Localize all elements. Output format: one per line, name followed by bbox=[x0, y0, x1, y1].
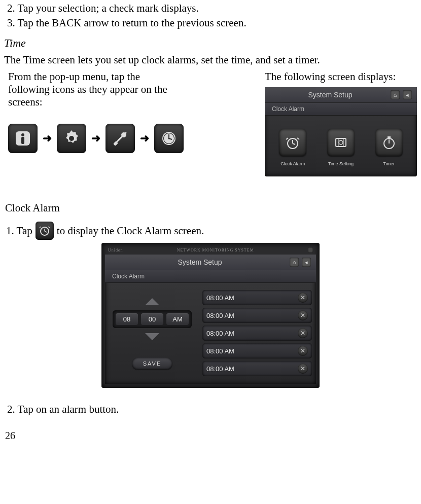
picker-hour[interactable]: 08 bbox=[116, 313, 138, 325]
device2-title: System Setup bbox=[178, 258, 222, 266]
device2-subtitle: Clock Alarm bbox=[105, 270, 316, 283]
svg-line-25 bbox=[45, 231, 47, 232]
step-2: 2. Tap your selection; a check mark disp… bbox=[7, 2, 417, 15]
svg-point-1 bbox=[21, 133, 24, 136]
picker-up-icon[interactable] bbox=[145, 298, 159, 305]
device-subtitle: Clock Alarm bbox=[265, 103, 417, 116]
arrow-icon: ➜ bbox=[91, 132, 100, 145]
device-brand: Uniden bbox=[108, 248, 123, 253]
alarm-row[interactable]: 08:00 AM ✕ bbox=[202, 290, 312, 305]
svg-point-19 bbox=[339, 140, 343, 145]
icon-navigation-row: ➜ ➜ bbox=[8, 124, 244, 153]
svg-rect-22 bbox=[388, 136, 391, 138]
time-setting-button[interactable]: Time Setting bbox=[318, 129, 364, 166]
time-picker[interactable]: 08 00 AM bbox=[113, 310, 192, 328]
step-2-alarm: 2. Tap on an alarm button. bbox=[7, 403, 417, 416]
timer-button[interactable]: Timer bbox=[366, 129, 412, 166]
picker-down-icon[interactable] bbox=[145, 333, 159, 340]
device-title: System Setup bbox=[308, 91, 352, 99]
delete-alarm-icon[interactable]: ✕ bbox=[298, 328, 308, 338]
svg-point-12 bbox=[168, 138, 170, 139]
delete-alarm-icon[interactable]: ✕ bbox=[298, 293, 308, 303]
svg-rect-16 bbox=[336, 138, 346, 147]
alarm-time: 08:00 AM bbox=[206, 294, 234, 302]
alarm-time: 08:00 AM bbox=[206, 347, 234, 355]
device-screenshot-time: System Setup ⌂ ◂ Clock Alarm bbox=[265, 87, 417, 176]
svg-rect-2 bbox=[21, 137, 24, 144]
delete-alarm-icon[interactable]: ✕ bbox=[298, 346, 308, 356]
clock-alarm-icon[interactable] bbox=[36, 222, 54, 240]
clock-alarm-label: Clock Alarm bbox=[280, 161, 305, 166]
clock-alarm-button[interactable]: Clock Alarm bbox=[270, 129, 315, 166]
alarm-row[interactable]: 08:00 AM ✕ bbox=[202, 343, 312, 358]
arrow-icon: ➜ bbox=[43, 132, 52, 145]
home-icon[interactable]: ⌂ bbox=[391, 90, 400, 99]
device-tagline: NETWORK MONITORING SYSTEM bbox=[177, 248, 254, 253]
alarm-time: 08:00 AM bbox=[206, 365, 234, 373]
svg-line-15 bbox=[293, 143, 295, 145]
back-icon[interactable]: ◂ bbox=[403, 90, 412, 99]
page-number: 26 bbox=[4, 430, 417, 442]
home-icon[interactable]: ⌂ bbox=[290, 258, 299, 267]
timer-label: Timer bbox=[383, 161, 395, 166]
alarm-row[interactable]: 08:00 AM ✕ bbox=[202, 308, 312, 323]
gear-icon[interactable] bbox=[57, 124, 86, 153]
status-dot-icon bbox=[308, 247, 313, 253]
picker-minute[interactable]: 00 bbox=[141, 313, 163, 325]
save-button[interactable]: SAVE bbox=[132, 357, 173, 370]
svg-point-5 bbox=[121, 132, 126, 137]
alarm-time: 08:00 AM bbox=[206, 312, 234, 319]
alarm-row[interactable]: 08:00 AM ✕ bbox=[202, 361, 312, 376]
picker-ampm[interactable]: AM bbox=[166, 313, 189, 325]
time-setting-label: Time Setting bbox=[328, 161, 354, 166]
popup-instruction-text: From the pop-up menu, tap the following … bbox=[8, 70, 170, 109]
alarm-time: 08:00 AM bbox=[206, 330, 234, 337]
right-intro-text: The following screen displays: bbox=[265, 70, 417, 83]
svg-point-4 bbox=[69, 136, 74, 141]
device-screenshot-clock-alarm: Uniden NETWORK MONITORING SYSTEM System … bbox=[101, 243, 320, 388]
step-1-post: to display the Clock Alarm screen. bbox=[57, 225, 204, 237]
back-icon[interactable]: ◂ bbox=[302, 258, 311, 267]
section-heading-time: Time bbox=[4, 37, 417, 50]
alarm-row[interactable]: 08:00 AM ✕ bbox=[202, 326, 312, 341]
delete-alarm-icon[interactable]: ✕ bbox=[298, 310, 308, 320]
clock-icon[interactable] bbox=[154, 124, 184, 153]
info-icon[interactable] bbox=[8, 124, 38, 153]
tools-icon[interactable] bbox=[106, 124, 135, 153]
step-1-pre: 1. Tap bbox=[6, 225, 32, 237]
arrow-icon: ➜ bbox=[140, 132, 149, 145]
clock-alarm-heading: Clock Alarm bbox=[5, 202, 417, 214]
step-3: 3. Tap the BACK arrow to return to the p… bbox=[7, 17, 417, 29]
time-intro: The Time screen lets you set up clock al… bbox=[4, 54, 417, 66]
delete-alarm-icon[interactable]: ✕ bbox=[298, 364, 308, 374]
